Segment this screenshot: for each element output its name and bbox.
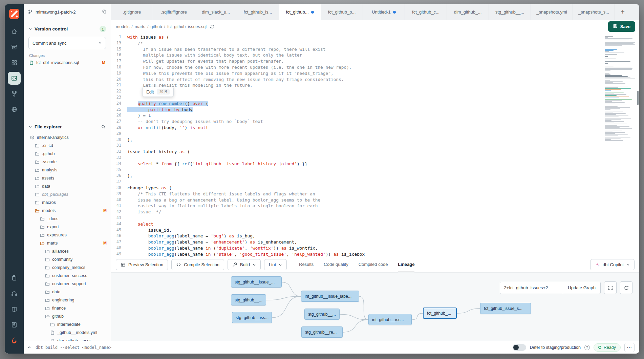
preview-selection-button[interactable]: Preview Selection xyxy=(116,259,168,270)
nav-docs[interactable] xyxy=(8,303,21,316)
code-line[interactable]: 32issue_label_history as ( xyxy=(111,149,603,155)
tree-folder-item[interactable]: macros xyxy=(28,198,107,207)
edit-tooltip-action[interactable]: Edit xyxy=(146,89,154,94)
tree-folder-item[interactable]: data xyxy=(28,288,107,296)
code-line[interactable]: 31 xyxy=(111,143,603,149)
code-line[interactable]: 39 /* This CTE flattens the different is… xyxy=(111,191,603,197)
update-graph-button[interactable]: Update Graph xyxy=(563,282,601,294)
breadcrumb-sync-icon[interactable] xyxy=(210,24,215,29)
lineage-node[interactable]: fct_github_issue_s... xyxy=(480,303,531,314)
panel-tab-compiled-code[interactable]: Compiled code xyxy=(359,257,388,272)
refresh-graph-button[interactable] xyxy=(620,281,632,294)
code-line[interactable]: 22 xyxy=(111,88,603,94)
tree-folder-item[interactable]: intermediate xyxy=(28,320,107,329)
editor-tab[interactable]: fct_github_p... xyxy=(321,4,363,20)
changed-file-row[interactable]: fct_dbt_invocations.sql M xyxy=(28,59,107,66)
code-line[interactable]: 23 xyxy=(111,94,603,101)
editor-tab[interactable]: _snapshots_s... xyxy=(573,4,615,20)
code-line[interactable]: 49 boolor_agg(label_name in ('stale', 'g… xyxy=(111,251,603,257)
breadcrumb-segment[interactable]: models xyxy=(116,24,129,29)
code-line[interactable]: 37 xyxy=(111,179,603,185)
tree-folder-item[interactable]: engineering xyxy=(28,296,107,304)
editor-tab[interactable]: .sqlfluffignore xyxy=(153,4,195,20)
tree-folder-item[interactable]: .ci_cd xyxy=(28,142,107,150)
tree-folder-item[interactable]: .github xyxy=(28,150,107,158)
tree-folder-item[interactable]: internal-analytics xyxy=(28,133,107,142)
code-line[interactable]: 36), xyxy=(111,173,603,179)
code-line[interactable]: 19 While this prevents the old issue fro… xyxy=(111,70,603,77)
scrollbar-thumb[interactable] xyxy=(637,91,639,105)
nav-home[interactable] xyxy=(8,25,21,38)
tree-folder-item[interactable]: data xyxy=(28,182,107,190)
lineage-node[interactable]: fct_github_... xyxy=(423,308,457,319)
more-options-button[interactable]: ⋯ xyxy=(624,343,635,352)
commit-and-sync-select[interactable]: Commit and sync xyxy=(28,37,106,49)
save-button[interactable]: Save xyxy=(608,21,635,32)
defer-toggle[interactable] xyxy=(513,344,526,351)
tree-folder-item[interactable]: modelsM xyxy=(28,207,107,215)
tree-folder-item[interactable]: .vscode xyxy=(28,158,107,166)
editor-tab[interactable]: .gitignore xyxy=(111,4,153,20)
panel-tab-lineage[interactable]: Lineage xyxy=(398,257,414,272)
code-line[interactable]: 13 /* xyxy=(111,40,603,46)
code-line[interactable]: 35 xyxy=(111,167,603,173)
code-line[interactable]: 48 boolor_agg(label_name in ('duplicate'… xyxy=(111,245,603,251)
nav-explore[interactable] xyxy=(8,103,21,116)
lineage-node[interactable]: stg_github__iss... xyxy=(232,312,272,323)
code-line[interactable]: 24 qualify row_number() over ( xyxy=(111,101,603,107)
lineage-selector-input[interactable] xyxy=(500,282,563,294)
tree-folder-item[interactable]: _docs xyxy=(28,215,107,223)
code-line[interactable]: 44 select xyxy=(111,221,603,227)
compile-selection-button[interactable]: Compile Selection xyxy=(171,259,224,270)
code-line[interactable]: 46 boolor_agg(label_name = 'bug') as is_… xyxy=(111,233,603,239)
code-line[interactable]: 34 select * from {{ ref('int_github__iss… xyxy=(111,161,603,167)
code-line[interactable]: 47 boolor_agg(label_name = 'enhancement'… xyxy=(111,239,603,245)
version-control-header[interactable]: Version control 1 xyxy=(28,24,107,34)
editor-tab[interactable]: dim_github_... xyxy=(447,4,489,20)
chevron-up-icon[interactable] xyxy=(27,345,31,350)
tree-folder-item[interactable]: martsM xyxy=(28,239,107,247)
code-line[interactable]: 28 or nullif(body, '') is null xyxy=(111,125,603,131)
help-icon[interactable]: ? xyxy=(584,345,590,350)
tree-folder-item[interactable]: alliances xyxy=(28,247,107,255)
tree-folder-item[interactable]: dbt_packages xyxy=(28,190,107,198)
tree-folder-item[interactable]: assets xyxy=(28,174,107,182)
code-line[interactable]: 18 For now, choose the one with more rec… xyxy=(111,64,603,70)
nav-dbt-labs[interactable] xyxy=(8,334,21,347)
nav-support[interactable] xyxy=(8,287,21,300)
tree-folder-item[interactable]: company_metrics xyxy=(28,263,107,272)
nav-dbt-logo[interactable] xyxy=(8,7,21,20)
tree-folder-item[interactable]: github xyxy=(28,312,107,320)
code-line[interactable]: 38change_types as ( xyxy=(111,185,603,191)
lineage-node[interactable]: stg_github__... xyxy=(231,294,266,305)
code-line[interactable]: 40 issue has a bug or enhancement label.… xyxy=(111,197,603,203)
new-tab-button[interactable]: + xyxy=(615,4,630,20)
breadcrumb-segment[interactable]: github xyxy=(151,24,162,29)
file-explorer-header[interactable]: File explorer xyxy=(28,123,107,131)
editor-tab[interactable]: Untitled-1 xyxy=(363,4,405,20)
branch-selector[interactable]: mirnawong1-patch-2 xyxy=(24,4,111,20)
minimap[interactable] xyxy=(603,33,639,257)
panel-tab-results[interactable]: Results xyxy=(299,257,314,272)
tree-file-item[interactable]: dim_github__user... xyxy=(28,337,107,341)
build-button[interactable]: Build xyxy=(228,259,261,270)
code-line[interactable]: 26 ) = 1 xyxy=(111,112,603,119)
lineage-node[interactable]: stg_github__... xyxy=(304,309,340,320)
code-line[interactable]: 1with issues as ( xyxy=(111,34,603,40)
editor-tab[interactable]: fct_github_is... xyxy=(237,4,279,20)
editor-tab[interactable]: stg_github__... xyxy=(489,4,531,20)
nav-deploy[interactable] xyxy=(8,41,21,54)
lint-button[interactable]: Lint xyxy=(264,259,287,270)
tree-folder-item[interactable]: customer_support xyxy=(28,280,107,288)
tree-folder-item[interactable]: analysis xyxy=(28,166,107,174)
tree-file-item[interactable]: _github__models.yml xyxy=(28,329,107,337)
panel-tab-code-quality[interactable]: Code quality xyxy=(324,257,348,272)
tree-folder-item[interactable]: customer_success xyxy=(28,272,107,280)
code-line[interactable]: 21 Let's revisit this modeling in the fu… xyxy=(111,82,603,88)
code-line[interactable]: 41 easiest way to flatten multiple label… xyxy=(111,203,603,209)
code-line[interactable]: 20 this has the effect of removing the n… xyxy=(111,77,603,83)
dbt-copilot-button[interactable]: dbt Copilot xyxy=(590,259,635,270)
breadcrumb-segment[interactable]: marts xyxy=(135,24,145,29)
code-line[interactable]: 17 will get updates for events that happ… xyxy=(111,58,603,64)
cli-command-input[interactable]: dbt build --select <model_name> xyxy=(36,345,111,350)
